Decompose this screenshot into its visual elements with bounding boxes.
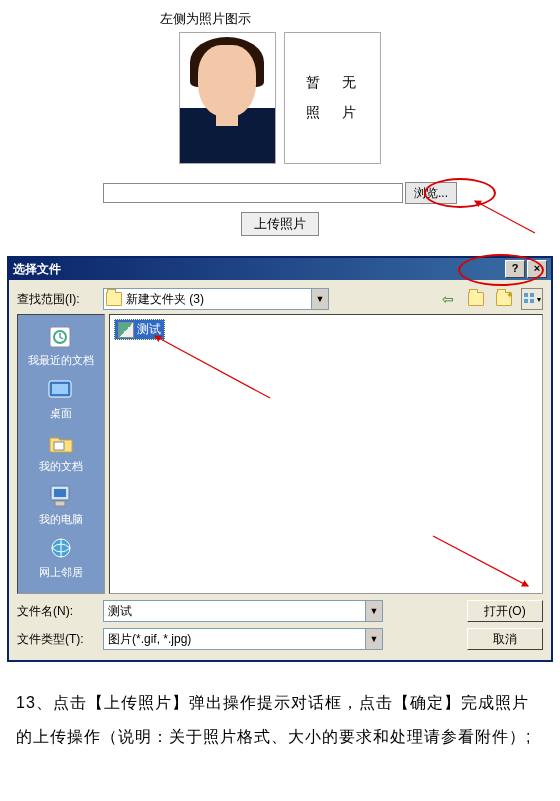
- open-button[interactable]: 打开(O): [467, 600, 543, 622]
- dialog-titlebar: 选择文件 ? ×: [9, 258, 551, 280]
- titlebar-buttons: ? ×: [505, 260, 547, 278]
- file-dialog: 选择文件 ? × 查找范围(I): 新建文件夹 (3) ▼ ⇦ ✦ ▾: [7, 256, 553, 662]
- filetype-label: 文件类型(T):: [17, 631, 97, 648]
- lookin-row: 查找范围(I): 新建文件夹 (3) ▼ ⇦ ✦ ▾: [9, 280, 551, 314]
- sample-photo: [179, 32, 276, 164]
- browse-button[interactable]: 浏览...: [405, 182, 457, 204]
- top-area: 左侧为照片图示 暂 无 照 片 浏览... 上传照片: [0, 0, 560, 236]
- svg-rect-4: [530, 299, 534, 303]
- filetype-row: 文件类型(T): 图片(*.gif, *.jpg) ▼ 取消: [17, 628, 543, 650]
- new-folder-icon[interactable]: ✦: [493, 288, 515, 310]
- place-recent-docs[interactable]: 我最近的文档: [26, 321, 96, 370]
- filename-value: 测试: [108, 603, 132, 620]
- chevron-down-icon[interactable]: ▼: [311, 289, 328, 309]
- dialog-toolbar: ⇦ ✦ ▾: [437, 288, 543, 310]
- dialog-close-button[interactable]: ×: [527, 260, 547, 278]
- svg-line-14: [155, 336, 270, 398]
- place-desktop[interactable]: 桌面: [43, 374, 79, 423]
- up-folder-icon[interactable]: [465, 288, 487, 310]
- portrait-neck: [216, 108, 238, 126]
- annotation-arrow-file: [150, 333, 280, 403]
- svg-rect-8: [52, 384, 68, 394]
- upload-photo-button[interactable]: 上传照片: [241, 212, 319, 236]
- filetype-combo[interactable]: 图片(*.gif, *.jpg) ▼: [103, 628, 383, 650]
- svg-rect-9: [54, 442, 64, 450]
- annotation-arrow-open: [428, 531, 538, 591]
- recent-docs-icon: [45, 323, 77, 351]
- placeholder-line-2: 照 片: [306, 104, 360, 122]
- place-label: 我的文档: [39, 459, 83, 474]
- back-icon[interactable]: ⇦: [437, 288, 459, 310]
- place-my-computer[interactable]: 我的电脑: [37, 480, 85, 529]
- svg-rect-2: [530, 293, 534, 297]
- my-docs-icon: [45, 429, 77, 457]
- upload-button-row: 上传照片: [0, 212, 560, 236]
- dialog-help-button[interactable]: ?: [505, 260, 525, 278]
- svg-rect-3: [524, 299, 528, 303]
- lookin-combo[interactable]: 新建文件夹 (3) ▼: [103, 288, 329, 310]
- file-path-input[interactable]: [103, 183, 403, 203]
- cancel-button[interactable]: 取消: [467, 628, 543, 650]
- view-menu-icon[interactable]: ▾: [521, 288, 543, 310]
- place-my-docs[interactable]: 我的文档: [37, 427, 85, 476]
- portrait-face: [198, 45, 256, 117]
- network-icon: [45, 535, 77, 563]
- folder-icon: [106, 292, 122, 306]
- svg-rect-12: [55, 501, 65, 506]
- chevron-down-icon[interactable]: ▼: [365, 601, 382, 621]
- svg-rect-11: [54, 489, 66, 497]
- filename-row: 文件名(N): 测试 ▼ 打开(O): [17, 600, 543, 622]
- lookin-value: 新建文件夹 (3): [126, 291, 204, 308]
- sample-caption: 左侧为照片图示: [160, 10, 560, 28]
- file-list[interactable]: 测试: [109, 314, 543, 594]
- place-label: 我最近的文档: [28, 353, 94, 368]
- chevron-down-icon[interactable]: ▼: [365, 629, 382, 649]
- instruction-text: 13、点击【上传照片】弹出操作提示对话框，点击【确定】完成照片的上传操作（说明：…: [0, 682, 560, 773]
- dialog-bottom: 文件名(N): 测试 ▼ 打开(O) 文件类型(T): 图片(*.gif, *.…: [9, 594, 551, 660]
- dialog-title: 选择文件: [13, 261, 61, 278]
- places-bar: 我最近的文档 桌面 我的文档 我的电脑: [17, 314, 105, 594]
- desktop-icon: [45, 376, 77, 404]
- lookin-label: 查找范围(I):: [17, 291, 97, 308]
- filetype-value: 图片(*.gif, *.jpg): [108, 631, 191, 648]
- path-row: 浏览...: [0, 182, 560, 204]
- filename-label: 文件名(N):: [17, 603, 97, 620]
- place-network[interactable]: 网上邻居: [37, 533, 85, 582]
- photo-row: 暂 无 照 片: [0, 32, 560, 164]
- dialog-body: 我最近的文档 桌面 我的文档 我的电脑: [9, 314, 551, 594]
- svg-line-15: [433, 536, 528, 586]
- photo-placeholder: 暂 无 照 片: [284, 32, 381, 164]
- filename-combo[interactable]: 测试 ▼: [103, 600, 383, 622]
- placeholder-line-1: 暂 无: [306, 74, 360, 92]
- image-file-icon: [118, 322, 134, 338]
- my-computer-icon: [45, 482, 77, 510]
- svg-rect-1: [524, 293, 528, 297]
- place-label: 网上邻居: [39, 565, 83, 580]
- place-label: 我的电脑: [39, 512, 83, 527]
- place-label: 桌面: [50, 406, 72, 421]
